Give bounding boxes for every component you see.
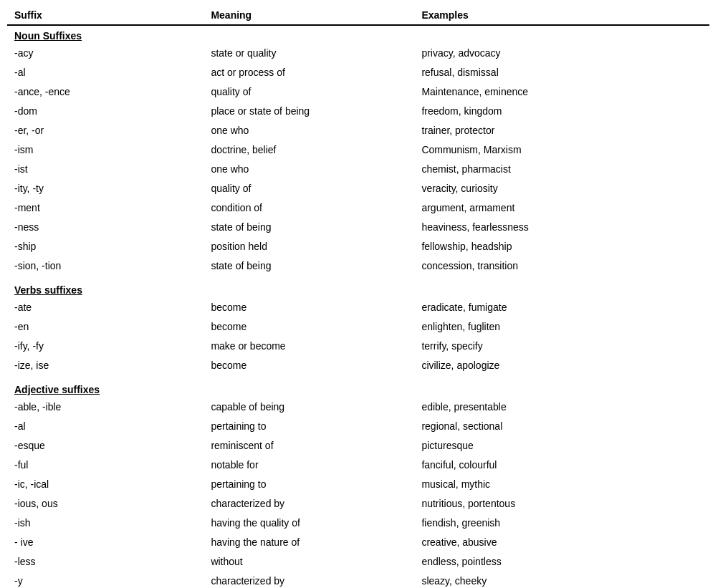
- examples-cell: veracity, curiosity: [414, 179, 709, 198]
- suffix-cell: -ness: [7, 218, 203, 237]
- table-row: -fulnotable forfanciful, colourful: [7, 456, 709, 475]
- meaning-cell: quality of: [203, 179, 414, 198]
- meaning-cell: state of being: [203, 218, 414, 237]
- suffix-cell: - ive: [7, 533, 203, 552]
- suffix-cell: -ify, -fy: [7, 337, 203, 356]
- header-meaning: Meaning: [203, 7, 414, 25]
- suffix-cell: -less: [7, 552, 203, 572]
- examples-cell: chemist, pharmacist: [414, 160, 709, 179]
- table-row: -ance, -encequality ofMaintenance, emine…: [7, 82, 709, 102]
- meaning-cell: reminiscent of: [203, 436, 414, 456]
- table-row: -ishhaving the quality offiendish, green…: [7, 514, 709, 533]
- table-row: -enbecomeenlighten, fugliten: [7, 317, 709, 337]
- meaning-cell: quality of: [203, 82, 414, 102]
- category-label: Noun Suffixes: [7, 25, 709, 44]
- meaning-cell: having the quality of: [203, 514, 414, 533]
- examples-cell: creative, abusive: [414, 533, 709, 552]
- table-row: -lesswithoutendless, pointless: [7, 552, 709, 572]
- category-header-row: Noun Suffixes: [7, 25, 709, 44]
- category-label: Verbs suffixes: [7, 280, 709, 298]
- table-row: - ivehaving the nature ofcreative, abusi…: [7, 533, 709, 552]
- table-row: -mentcondition ofargument, armament: [7, 198, 709, 218]
- suffix-cell: -al: [7, 63, 203, 82]
- suffix-cell: -al: [7, 417, 203, 436]
- examples-cell: regional, sectional: [414, 417, 709, 436]
- suffix-cell: -y: [7, 572, 203, 588]
- meaning-cell: make or become: [203, 337, 414, 356]
- meaning-cell: capable of being: [203, 397, 414, 417]
- suffix-cell: -able, -ible: [7, 397, 203, 417]
- suffix-cell: -ish: [7, 514, 203, 533]
- meaning-cell: pertaining to: [203, 475, 414, 494]
- suffix-cell: -esque: [7, 436, 203, 456]
- table-row: -alpertaining toregional, sectional: [7, 417, 709, 436]
- table-row: -able, -iblecapable of beingedible, pres…: [7, 397, 709, 417]
- table-row: -atebecomeeradicate, fumigate: [7, 298, 709, 317]
- meaning-cell: characterized by: [203, 572, 414, 588]
- suffix-cell: -ship: [7, 237, 203, 256]
- table-row: -er, -orone whotrainer, protector: [7, 121, 709, 140]
- meaning-cell: characterized by: [203, 494, 414, 514]
- examples-cell: privacy, advocacy: [414, 44, 709, 63]
- table-row: -ious, ouscharacterized bynutritious, po…: [7, 494, 709, 514]
- suffix-cell: -er, -or: [7, 121, 203, 140]
- suffix-cell: -ious, ous: [7, 494, 203, 514]
- meaning-cell: state or quality: [203, 44, 414, 63]
- examples-cell: concession, transition: [414, 256, 709, 276]
- table-row: -ize, isebecomecivilize, apologize: [7, 356, 709, 375]
- suffix-cell: -dom: [7, 102, 203, 121]
- meaning-cell: notable for: [203, 456, 414, 475]
- suffix-cell: -en: [7, 317, 203, 337]
- examples-cell: terrify, specify: [414, 337, 709, 356]
- examples-cell: eradicate, fumigate: [414, 298, 709, 317]
- examples-cell: edible, presentable: [414, 397, 709, 417]
- suffix-table: Suffix Meaning Examples Noun Suffixes-ac…: [7, 7, 709, 588]
- meaning-cell: position held: [203, 237, 414, 256]
- suffix-cell: -ize, ise: [7, 356, 203, 375]
- meaning-cell: doctrine, belief: [203, 140, 414, 160]
- examples-cell: Maintenance, eminence: [414, 82, 709, 102]
- suffix-cell: -ment: [7, 198, 203, 218]
- table-row: -ismdoctrine, beliefCommunism, Marxism: [7, 140, 709, 160]
- examples-cell: trainer, protector: [414, 121, 709, 140]
- meaning-cell: state of being: [203, 256, 414, 276]
- table-row: -ycharacterized bysleazy, cheeky: [7, 572, 709, 588]
- examples-cell: musical, mythic: [414, 475, 709, 494]
- meaning-cell: place or state of being: [203, 102, 414, 121]
- suffix-cell: -sion, -tion: [7, 256, 203, 276]
- examples-cell: argument, armament: [414, 198, 709, 218]
- suffix-table-container: Suffix Meaning Examples Noun Suffixes-ac…: [7, 7, 709, 588]
- table-row: -ify, -fymake or becometerrify, specify: [7, 337, 709, 356]
- examples-cell: fiendish, greenish: [414, 514, 709, 533]
- examples-cell: sleazy, cheeky: [414, 572, 709, 588]
- examples-cell: endless, pointless: [414, 552, 709, 572]
- header-suffix: Suffix: [7, 7, 203, 25]
- table-row: -sion, -tionstate of beingconcession, tr…: [7, 256, 709, 276]
- examples-cell: picturesque: [414, 436, 709, 456]
- meaning-cell: become: [203, 317, 414, 337]
- suffix-cell: -ful: [7, 456, 203, 475]
- meaning-cell: act or process of: [203, 63, 414, 82]
- suffix-cell: -ity, -ty: [7, 179, 203, 198]
- meaning-cell: pertaining to: [203, 417, 414, 436]
- header-examples: Examples: [414, 7, 709, 25]
- meaning-cell: condition of: [203, 198, 414, 218]
- category-label: Adjective suffixes: [7, 380, 709, 397]
- examples-cell: freedom, kingdom: [414, 102, 709, 121]
- examples-cell: nutritious, portentous: [414, 494, 709, 514]
- suffix-cell: -ic, -ical: [7, 475, 203, 494]
- examples-cell: Communism, Marxism: [414, 140, 709, 160]
- suffix-cell: -ist: [7, 160, 203, 179]
- table-row: -alact or process ofrefusal, dismissal: [7, 63, 709, 82]
- examples-cell: refusal, dismissal: [414, 63, 709, 82]
- suffix-cell: -ance, -ence: [7, 82, 203, 102]
- category-header-row: Adjective suffixes: [7, 380, 709, 397]
- table-row: -ity, -tyquality ofveracity, curiosity: [7, 179, 709, 198]
- examples-cell: heaviness, fearlessness: [414, 218, 709, 237]
- category-header-row: Verbs suffixes: [7, 280, 709, 298]
- suffix-cell: -ism: [7, 140, 203, 160]
- table-row: -esquereminiscent ofpicturesque: [7, 436, 709, 456]
- meaning-cell: without: [203, 552, 414, 572]
- examples-cell: fellowship, headship: [414, 237, 709, 256]
- meaning-cell: become: [203, 356, 414, 375]
